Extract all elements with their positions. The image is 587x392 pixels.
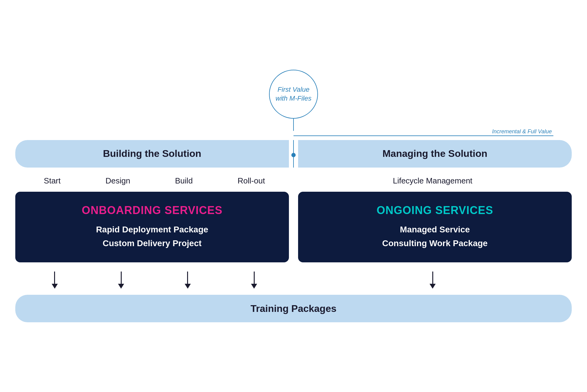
ongoing-item-1: Managed Service xyxy=(400,223,470,237)
onboarding-box: ONBOARDING SERVICES Rapid Deployment Pac… xyxy=(15,192,289,263)
phase-rollout: Roll-out xyxy=(238,176,265,186)
building-banner-text: Building the Solution xyxy=(103,148,201,159)
horizontal-line xyxy=(294,135,553,136)
arrow-1 xyxy=(52,272,58,289)
training-banner: Training Packages xyxy=(15,295,572,322)
first-value-circle: First Valuewith M-Files xyxy=(269,70,318,119)
phase-design: Design xyxy=(105,176,130,186)
left-arrows xyxy=(15,272,294,289)
left-phases: Start Design Build Roll-out xyxy=(15,168,294,192)
building-banner: Building the Solution xyxy=(15,140,289,168)
onboarding-item-2: Custom Delivery Project xyxy=(103,237,202,250)
ongoing-item-2: Consulting Work Package xyxy=(382,237,488,250)
incremental-label: Incremental & Full Value xyxy=(492,128,552,135)
vertical-line-top xyxy=(293,119,294,131)
right-phases: Lifecycle Management xyxy=(294,168,572,192)
first-value-text: First Valuewith M-Files xyxy=(275,85,311,103)
center-dot xyxy=(291,153,296,157)
right-banner-wrapper: Managing the Solution xyxy=(294,140,572,168)
arrows-row xyxy=(15,272,572,289)
ongoing-title: ONGOING SERVICES xyxy=(377,204,493,217)
left-banner-wrapper: Building the Solution xyxy=(15,140,294,168)
diagram-container: First Valuewith M-Files Incremental & Fu… xyxy=(15,70,572,323)
arrow-3 xyxy=(185,272,191,289)
phases-section: Start Design Build Roll-out Lifecycle Ma… xyxy=(15,168,572,192)
arrow-4 xyxy=(251,272,257,289)
circle-container: First Valuewith M-Files xyxy=(269,70,318,131)
training-text: Training Packages xyxy=(250,303,336,314)
onboarding-title: ONBOARDING SERVICES xyxy=(82,204,222,217)
arrow-5 xyxy=(430,272,436,289)
phase-lifecycle: Lifecycle Management xyxy=(393,176,472,186)
managing-banner-text: Managing the Solution xyxy=(382,148,487,159)
managing-banner: Managing the Solution xyxy=(298,140,572,168)
incremental-row: Incremental & Full Value xyxy=(15,131,572,140)
arrow-2 xyxy=(118,272,124,289)
phase-build: Build xyxy=(175,176,193,186)
right-arrows xyxy=(294,272,572,289)
services-section: ONBOARDING SERVICES Rapid Deployment Pac… xyxy=(15,192,572,269)
ongoing-box: ONGOING SERVICES Managed Service Consult… xyxy=(298,192,572,263)
phase-start: Start xyxy=(44,176,61,186)
banner-row: Building the Solution Managing the Solut… xyxy=(15,140,572,168)
onboarding-item-1: Rapid Deployment Package xyxy=(96,223,208,237)
